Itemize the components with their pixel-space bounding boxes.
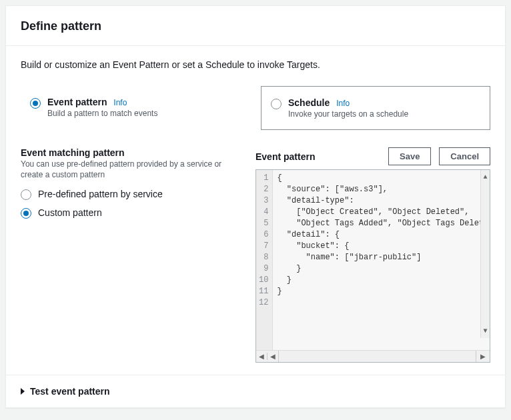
mode-event-pattern-desc: Build a pattern to match events xyxy=(47,109,157,118)
mode-schedule[interactable]: Schedule Info Invoke your targets on a s… xyxy=(261,86,490,130)
scroll-up-icon[interactable]: ▲ xyxy=(483,170,487,184)
save-button[interactable]: Save xyxy=(388,147,431,165)
option-predefined[interactable]: Pre-defined pattern by service xyxy=(21,188,241,200)
panel-header: Define pattern xyxy=(6,6,505,46)
option-custom[interactable]: Custom pattern xyxy=(21,207,241,219)
page-title: Define pattern xyxy=(21,19,490,33)
vertical-scrollbar[interactable]: ▲ ▼ xyxy=(480,170,490,338)
label-predefined: Pre-defined pattern by service xyxy=(38,189,163,199)
mode-schedule-desc: Invoke your targets on a schedule xyxy=(288,109,408,119)
horizontal-scrollbar[interactable]: ◀ ◀ ▶ xyxy=(256,350,490,362)
caret-right-icon xyxy=(21,388,25,395)
intro-text: Build or customize an Event Pattern or s… xyxy=(21,59,490,70)
test-event-pattern-label: Test event pattern xyxy=(30,386,110,397)
radio-predefined[interactable] xyxy=(21,189,31,200)
info-link-event-pattern[interactable]: Info xyxy=(113,98,127,107)
lower-area: Event matching pattern You can use pre-d… xyxy=(21,147,490,363)
mode-schedule-title: Schedule xyxy=(288,97,330,108)
code-editor[interactable]: 123456789101112 { "source": ["aws.s3"], … xyxy=(255,169,490,363)
cancel-button[interactable]: Cancel xyxy=(439,147,490,165)
define-pattern-panel: Define pattern Build or customize an Eve… xyxy=(5,5,506,408)
radio-schedule[interactable] xyxy=(271,99,282,109)
radio-event-pattern[interactable] xyxy=(30,98,41,109)
radio-custom[interactable] xyxy=(21,208,31,219)
mode-event-pattern[interactable]: Event pattern Info Build a pattern to ma… xyxy=(21,86,249,130)
panel-body: Build or customize an Event Pattern or s… xyxy=(6,46,505,375)
event-pattern-editor-section: Event pattern Save Cancel 12345678910111… xyxy=(255,147,490,363)
editor-title: Event pattern xyxy=(255,151,315,162)
scroll-right-icon[interactable]: ▶ xyxy=(476,353,490,360)
code-content[interactable]: { "source": ["aws.s3"], "detail-type": [… xyxy=(273,170,490,350)
line-number-gutter: 123456789101112 xyxy=(256,170,273,350)
label-custom: Custom pattern xyxy=(38,207,102,218)
scroll-left-start-icon[interactable]: ◀ xyxy=(256,353,267,360)
scroll-left-icon[interactable]: ◀ xyxy=(267,353,278,360)
matching-sub: You can use pre-defined pattern provided… xyxy=(21,159,241,180)
matching-title: Event matching pattern xyxy=(21,147,241,158)
test-event-pattern-toggle[interactable]: Test event pattern xyxy=(6,375,505,407)
mode-event-pattern-title: Event pattern xyxy=(47,97,107,107)
scroll-down-icon[interactable]: ▼ xyxy=(483,324,487,338)
info-link-schedule[interactable]: Info xyxy=(336,99,350,108)
mode-selector: Event pattern Info Build a pattern to ma… xyxy=(21,86,490,130)
h-scroll-track[interactable] xyxy=(278,351,476,362)
matching-pattern-section: Event matching pattern You can use pre-d… xyxy=(21,147,241,363)
